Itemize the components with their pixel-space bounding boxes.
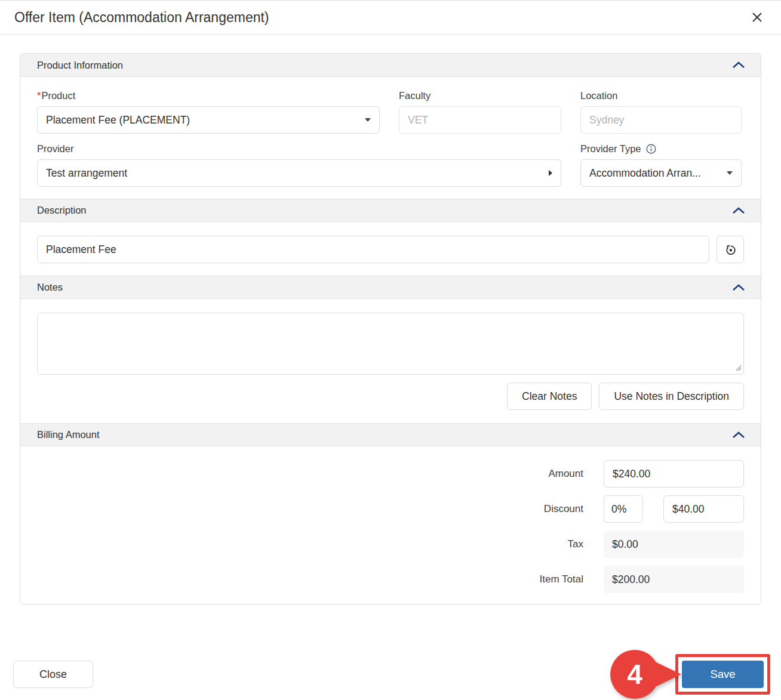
section-header-notes[interactable]: Notes [20,276,761,299]
location-field [580,106,742,134]
provider-select-value: Test arrangement [46,167,127,180]
restore-description-button[interactable] [717,236,744,263]
faculty-field [399,106,561,134]
location-label: Location [580,90,742,101]
required-marker: * [37,90,41,101]
product-information-body: *Product Placement Fee (PLACEMENT) Facul… [20,77,761,199]
section-header-description[interactable]: Description [20,199,761,222]
amount-row: Amount [37,460,744,488]
provider-type-select[interactable]: Accommodation Arran... [580,159,742,187]
tax-row: Tax $0.00 [37,531,744,558]
discount-row: Discount [37,495,744,523]
notes-textarea[interactable] [37,313,744,375]
chevron-up-icon[interactable] [731,283,746,292]
form-panel: Product Information *Product Placement F… [20,53,761,605]
save-highlight-frame: Save [675,654,770,695]
item-total-row: Item Total $200.00 [37,566,744,593]
provider-type-select-value: Accommodation Arran... [589,167,701,180]
item-total-value: $200.00 [604,566,744,593]
modal-header: Offer Item (Accommodation Arrangement) [0,1,781,35]
product-label: *Product [37,90,380,101]
description-input[interactable] [37,236,709,263]
section-header-product-information[interactable]: Product Information [20,54,761,77]
clear-notes-button[interactable]: Clear Notes [507,383,592,410]
chevron-up-icon[interactable] [731,206,746,215]
product-select-value: Placement Fee (PLACEMENT) [46,114,190,127]
section-title: Description [37,205,87,216]
section-header-billing-amount[interactable]: Billing Amount [20,423,761,446]
discount-percent-input[interactable] [604,495,643,523]
restore-icon [724,243,737,257]
chevron-down-icon [727,171,733,175]
item-total-label: Item Total [540,573,583,585]
description-body [20,222,761,276]
discount-amount-input[interactable] [663,495,744,523]
tax-value: $0.00 [604,531,744,558]
close-icon[interactable] [749,9,765,26]
use-notes-in-description-button[interactable]: Use Notes in Description [599,383,744,410]
section-title: Product Information [37,60,123,71]
discount-label: Discount [544,503,583,515]
modal-footer: Close 4 Save [0,648,781,700]
resize-handle-icon[interactable] [734,363,742,374]
chevron-up-icon[interactable] [731,60,746,70]
step-number: 4 [627,659,642,690]
provider-type-label: Provider Type [580,143,742,155]
chevron-right-icon [549,170,552,176]
tax-label: Tax [568,538,583,550]
modal-title: Offer Item (Accommodation Arrangement) [14,10,269,26]
save-group: 4 Save [610,648,770,700]
amount-input[interactable] [604,460,744,488]
chevron-down-icon [365,118,371,122]
amount-label: Amount [548,468,583,480]
offer-item-modal: Offer Item (Accommodation Arrangement) P… [0,0,781,700]
close-button[interactable]: Close [13,661,93,688]
section-title: Billing Amount [37,429,100,440]
product-select[interactable]: Placement Fee (PLACEMENT) [37,106,380,134]
chevron-up-icon[interactable] [731,430,746,440]
info-icon[interactable] [646,144,656,154]
save-button[interactable]: Save [682,661,764,688]
notes-body: Clear Notes Use Notes in Description [20,299,761,423]
provider-select[interactable]: Test arrangement [37,159,561,187]
billing-body: Amount Discount Tax $0.00 Item Total $20… [20,446,761,604]
provider-label: Provider [37,143,561,155]
faculty-label: Faculty [399,90,561,101]
section-title: Notes [37,282,63,293]
step-4-callout-arrow: 4 [610,648,682,700]
